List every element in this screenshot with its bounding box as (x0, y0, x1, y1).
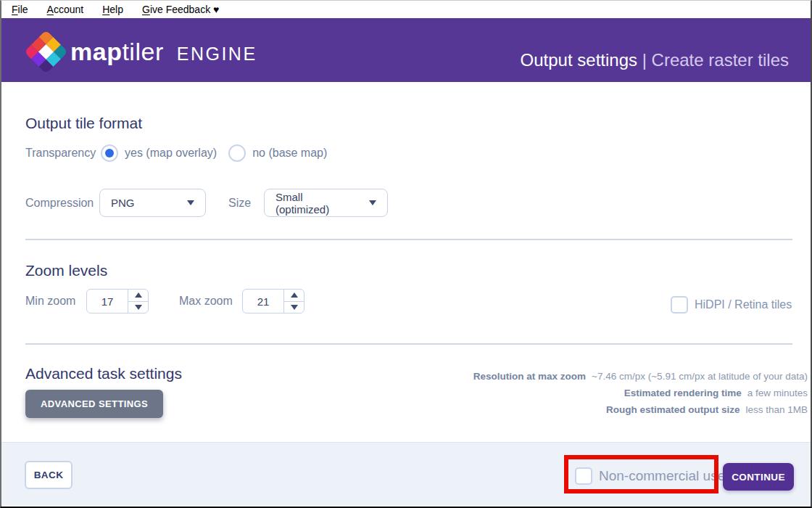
output-size-value: less than 1MB (745, 403, 808, 416)
hidpi-row: HiDPI / Retina tiles (671, 296, 792, 314)
brand-wordmark: map tiler ENGINE (70, 37, 257, 66)
advanced-settings-button[interactable]: ADVANCED SETTINGS (25, 390, 163, 418)
page-title-context: Create raster tiles (652, 50, 789, 70)
rendering-time-label: Estimated rendering time (624, 387, 742, 399)
menu-item-give-feedback[interactable]: Give Feedback ♥ (142, 1, 219, 18)
compression-value: PNG (111, 197, 135, 209)
menu-item-file[interactable]: File (12, 1, 28, 18)
noncommercial-label: Non-commercial use (599, 467, 725, 485)
output-size-info-row: Rough estimated output size less than 1M… (606, 403, 808, 416)
page-title-separator: | (637, 50, 652, 70)
size-label: Size (228, 197, 264, 210)
transparency-no-radio[interactable] (228, 144, 246, 162)
transparency-yes-radio[interactable] (101, 144, 118, 162)
task-info-block: Resolution at max zoom ~7.46 cm/px (~5.9… (473, 370, 808, 416)
continue-button[interactable]: CONTINUE (723, 463, 794, 491)
maptiler-engine-window: File Account Help Give Feedback ♥ map ti… (0, 0, 812, 508)
min-zoom-label: Min zoom (25, 295, 86, 308)
resolution-info-row: Resolution at max zoom ~7.46 cm/px (~5.9… (473, 370, 808, 382)
spinner-down-icon (135, 305, 142, 310)
section-divider (25, 343, 792, 345)
min-zoom-increment-button[interactable] (128, 290, 148, 302)
spinner-down-icon (291, 305, 298, 310)
noncommercial-row: Non-commercial use (575, 467, 725, 485)
min-zoom-input[interactable]: 17 (87, 290, 128, 313)
transparency-row: Transparency yes (map overlay) no (base … (25, 143, 327, 163)
noncommercial-checkbox[interactable] (575, 467, 592, 485)
section-divider (25, 239, 792, 240)
max-zoom-increment-button[interactable] (284, 290, 304, 302)
zoom-row: Min zoom 17 Max zoom 21 (25, 289, 304, 314)
max-zoom-label: Max zoom (179, 295, 242, 308)
transparency-label: Transparency (25, 147, 101, 160)
min-zoom-decrement-button[interactable] (128, 302, 148, 314)
hidpi-checkbox[interactable] (671, 296, 688, 314)
page-title-section: Output settings (521, 50, 637, 70)
max-zoom-spinner: 21 (242, 289, 304, 314)
menu-item-account[interactable]: Account (47, 1, 84, 18)
transparency-no-label: no (base map) (252, 147, 327, 160)
output-size-label: Rough estimated output size (606, 403, 740, 416)
max-zoom-decrement-button[interactable] (284, 302, 304, 314)
spinner-up-icon (291, 292, 298, 298)
size-value: Small (optimized) (276, 191, 359, 216)
compression-row: Compression PNG Size Small (optimized) (25, 189, 388, 217)
spinner-up-icon (135, 292, 142, 298)
compression-select[interactable]: PNG (99, 189, 206, 217)
zoom-levels-heading: Zoom levels (25, 262, 107, 279)
brand-engine: ENGINE (177, 39, 257, 68)
rendering-time-info-row: Estimated rendering time a few minutes (624, 387, 808, 399)
max-zoom-input[interactable]: 21 (243, 290, 284, 313)
radio-dot (105, 149, 114, 157)
back-button[interactable]: BACK (25, 461, 72, 489)
min-zoom-spinner: 17 (86, 289, 149, 314)
menu-item-help[interactable]: Help (102, 1, 123, 18)
maptiler-logo-icon (24, 30, 68, 74)
app-header: map tiler ENGINE Output settings | Creat… (1, 18, 811, 82)
compression-label: Compression (25, 197, 99, 210)
transparency-yes-label: yes (map overlay) (125, 147, 217, 160)
resolution-value: ~7.46 cm/px (~5.91 cm/px at latitude of … (592, 370, 808, 382)
chevron-down-icon (187, 200, 194, 205)
output-tile-format-heading: Output tile format (25, 115, 142, 132)
hidpi-label: HiDPI / Retina tiles (695, 298, 792, 311)
advanced-settings-heading: Advanced task settings (25, 365, 182, 382)
page-title: Output settings | Create raster tiles (521, 50, 789, 70)
size-select[interactable]: Small (optimized) (264, 189, 388, 217)
menu-bar: File Account Help Give Feedback ♥ (1, 1, 811, 18)
rendering-time-value: a few minutes (747, 387, 808, 399)
resolution-label: Resolution at max zoom (473, 370, 586, 382)
brand-map: map (70, 37, 122, 66)
chevron-down-icon (369, 200, 376, 205)
brand-tiler: tiler (122, 37, 163, 66)
